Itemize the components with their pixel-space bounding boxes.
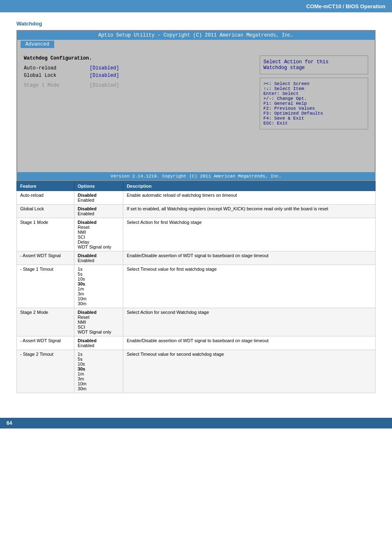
table-cell-description: Enable/Disable assertion of WDT signal t… (123, 336, 376, 350)
table-row: Stage 2 ModeDisabledResetNMISCIWDT Signa… (17, 308, 376, 336)
table-cell-feature: Auto-reload (17, 191, 74, 205)
col-header-feature: Feature (17, 182, 74, 191)
table-option-item: 1s (78, 352, 120, 357)
bios-nav-f3: F3: Optimized Defaults (263, 111, 364, 116)
bios-title-bar: Aptio Setup Utility – Copyright (C) 2011… (17, 31, 375, 40)
bios-nav-select-item: ↑↓: Select Item (263, 86, 364, 91)
bios-config-stage1-mode-value: [Disabled] (90, 83, 119, 88)
bios-tab-row: Advanced (17, 40, 375, 49)
table-option-item: 5s (78, 272, 120, 276)
table-option-item: 1m (78, 286, 120, 291)
table-option-item: 1m (78, 371, 120, 376)
table-option-item: NMI (78, 320, 120, 325)
col-header-description: Description (123, 182, 376, 191)
table-cell-description: Select Timeout value for second watchdog… (123, 350, 376, 393)
bios-left-panel: Watchdog Configuration. Auto-reload [Dis… (21, 52, 253, 169)
table-cell-description: If set to enabled, all Watchdog register… (123, 205, 376, 218)
table-cell-description: Enable/Disable assertion of WDT signal t… (123, 251, 376, 265)
page-content: Watchdog Aptio Setup Utility – Copyright… (0, 12, 392, 410)
table-option-item: Enabled (78, 258, 120, 263)
table-option-item: Reset (78, 315, 120, 320)
table-cell-description: Enable automatic reload of watchdog time… (123, 191, 376, 205)
table-option-item: Delay (78, 240, 120, 244)
table-cell-description: Select Timeout value for first watchdog … (123, 265, 376, 308)
bios-config-global-lock-value: [Disabled] (90, 73, 119, 78)
bios-config-auto-reload[interactable]: Auto-reload [Disabled] (24, 65, 250, 71)
table-cell-options: DisabledEnabled (74, 251, 123, 265)
table-header-row: Feature Options Description (17, 182, 376, 191)
bios-config-auto-reload-value: [Disabled] (90, 65, 119, 71)
table-option-item: Disabled (78, 206, 120, 211)
bios-body: Watchdog Configuration. Auto-reload [Dis… (17, 49, 375, 172)
table-option-item: 1s (78, 267, 120, 272)
table-cell-feature: - Stage 1 Timout (17, 265, 74, 308)
table-option-item: 5s (78, 357, 120, 362)
table-option-item: 30m (78, 386, 120, 391)
table-cell-options: DisabledEnabled (74, 336, 123, 350)
table-option-item: Enabled (78, 198, 120, 203)
section-heading: Watchdog (16, 21, 376, 27)
bios-help-text: Select Action for thisWatchdog stage (263, 59, 328, 71)
header-title: COMe-mCT10 / BIOS Operation (306, 3, 385, 9)
table-cell-feature: - Stage 2 Timout (17, 350, 74, 393)
bios-config-auto-reload-label: Auto-reload (24, 65, 90, 71)
bios-nav-f4: F4: Save & Exit (263, 116, 364, 121)
bios-help-box: Select Action for thisWatchdog stage (260, 55, 368, 74)
table-option-item: 10m (78, 381, 120, 386)
table-option-item: NMI (78, 230, 120, 235)
table-cell-options: DisabledResetNMISCIDelayWDT Signal only (74, 218, 123, 251)
bios-config-global-lock[interactable]: Global Lock [Disabled] (24, 73, 250, 78)
bios-nav-box: ><: Select Screen ↑↓: Select Item Enter:… (260, 78, 368, 129)
bios-box: Aptio Setup Utility – Copyright (C) 2011… (16, 30, 376, 181)
bios-nav-change-opt: +/-: Change Opt. (263, 96, 364, 101)
bios-nav-esc: ESC: Exit (263, 121, 364, 126)
table-row: - Stage 2 Timout1s5s10s30s1m3m10m30mSele… (17, 350, 376, 393)
table-option-item: Disabled (78, 253, 120, 258)
table-cell-feature: Stage 1 Mode (17, 218, 74, 251)
table-option-item: SCI (78, 235, 120, 240)
table-option-item: 30m (78, 301, 120, 306)
table-option-item: WDT Signal only (78, 329, 120, 334)
table-option-item: Disabled (78, 220, 120, 225)
table-cell-feature: Global Lock (17, 205, 74, 218)
options-table: Feature Options Description Auto-reloadD… (16, 181, 376, 393)
bios-tab-advanced[interactable]: Advanced (21, 41, 54, 48)
table-option-item: 10s (78, 362, 120, 366)
table-option-item: 30s (78, 281, 120, 286)
table-option-item: Disabled (78, 193, 120, 198)
table-row: - Assert WDT SignalDisabledEnabledEnable… (17, 336, 376, 350)
table-option-item: 10m (78, 296, 120, 301)
table-row: Global LockDisabledEnabledIf set to enab… (17, 205, 376, 218)
bios-config-title: Watchdog Configuration. (24, 55, 250, 61)
table-cell-description: Select Action for second Watchdog stage (123, 308, 376, 336)
col-header-options: Options (74, 182, 123, 191)
bios-nav-enter: Enter: Select (263, 91, 364, 96)
bios-config-stage1-mode[interactable]: Stage 1 Mode [Disabled] (24, 83, 250, 88)
table-cell-options: 1s5s10s30s1m3m10m30m (74, 350, 123, 393)
table-option-item: 30s (78, 366, 120, 371)
table-option-item: Reset (78, 225, 120, 230)
table-cell-feature: Stage 2 Mode (17, 308, 74, 336)
table-option-item: Enabled (78, 343, 120, 348)
table-cell-options: DisabledEnabled (74, 205, 123, 218)
page-number: 64 (7, 420, 12, 426)
header-bar: COMe-mCT10 / BIOS Operation (0, 0, 392, 12)
table-cell-options: DisabledResetNMISCIWDT Signal only (74, 308, 123, 336)
table-row: - Stage 1 Timout1s5s10s30s1m3m10m30mSele… (17, 265, 376, 308)
table-option-item: SCI (78, 325, 120, 329)
table-option-item: 3m (78, 376, 120, 381)
page-footer: 64 (0, 418, 392, 428)
bios-nav-f2: F2: Previous Values (263, 106, 364, 111)
table-row: - Assert WDT SignalDisabledEnabledEnable… (17, 251, 376, 265)
table-cell-options: 1s5s10s30s1m3m10m30m (74, 265, 123, 308)
table-option-item: Disabled (78, 310, 120, 315)
table-option-item: Enabled (78, 211, 120, 216)
table-cell-options: DisabledEnabled (74, 191, 123, 205)
bios-right-panel: Select Action for thisWatchdog stage ><:… (256, 52, 371, 169)
table-cell-feature: - Assert WDT Signal (17, 336, 74, 350)
table-cell-feature: - Assert WDT Signal (17, 251, 74, 265)
table-option-item: 3m (78, 291, 120, 296)
table-option-item: 10s (78, 276, 120, 281)
bios-nav-select-screen: ><: Select Screen (263, 81, 364, 86)
bios-config-stage1-mode-label: Stage 1 Mode (24, 83, 90, 88)
